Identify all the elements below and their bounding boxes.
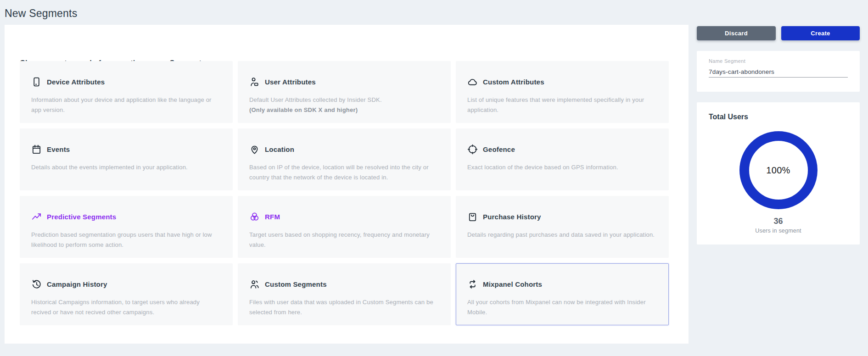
- gps-crosshair-icon: [467, 144, 478, 155]
- create-button[interactable]: Create: [781, 26, 860, 40]
- category-panel: Choose a category before creating a new …: [5, 25, 689, 344]
- category-card-predictive-segments[interactable]: Predictive Segments Prediction based seg…: [20, 196, 233, 258]
- map-pin-icon: [249, 144, 260, 155]
- page-title: New Segments: [5, 7, 77, 20]
- category-card-campaign-history[interactable]: Campaign History Historical Campaigns in…: [20, 263, 233, 325]
- category-card-location[interactable]: Location Based on IP of the device, loca…: [238, 128, 451, 190]
- card-description: Target users based on shopping recency, …: [249, 230, 439, 250]
- category-card-rfm[interactable]: RFM Target users based on shopping recen…: [238, 196, 451, 258]
- card-title: Location: [265, 145, 294, 153]
- category-card-mixpanel-cohorts[interactable]: Mixpanel Cohorts All your cohorts from M…: [456, 263, 669, 325]
- card-description: Details about the events implemented in …: [31, 162, 221, 172]
- card-title: Custom Attributes: [483, 78, 544, 86]
- card-description: Based on IP of the device, location will…: [249, 162, 439, 183]
- name-segment-label: Name Segment: [709, 58, 745, 64]
- history-clock-icon: [31, 279, 42, 289]
- smartphone-icon: [31, 77, 42, 87]
- card-description: Default User Attributes collected by Ins…: [249, 95, 439, 115]
- card-description: Files with user data that was uploaded i…: [249, 297, 439, 317]
- card-title: Custom Segments: [265, 280, 327, 288]
- card-description-note: (Only available on SDK X and higher): [249, 106, 358, 113]
- card-description: List of unique features that were implem…: [467, 95, 657, 115]
- donut-percent-label: 100%: [766, 165, 790, 176]
- total-users-donut-chart: 100%: [739, 131, 818, 209]
- repeat-cycle-icon: [467, 279, 478, 289]
- card-title: Mixpanel Cohorts: [483, 280, 542, 288]
- calendar-icon: [31, 144, 42, 155]
- card-title: Events: [47, 145, 70, 153]
- trending-up-icon: [31, 211, 42, 222]
- card-title: Geofence: [483, 145, 515, 153]
- card-description: Details regarding past purchases and dat…: [467, 230, 657, 240]
- users-group-icon: [249, 279, 260, 289]
- card-description: Prediction based segmentation groups use…: [31, 230, 221, 250]
- card-title: Device Attributes: [47, 78, 105, 86]
- category-card-custom-attributes[interactable]: Custom Attributes List of unique feature…: [456, 61, 669, 123]
- users-count-caption: Users in segment: [697, 228, 860, 234]
- shopping-bag-icon: [467, 211, 478, 222]
- total-users-card: Total Users 100% 36 Users in segment: [697, 102, 860, 245]
- card-description: All your cohorts from Mixpanel can now b…: [467, 297, 657, 317]
- category-card-custom-segments[interactable]: Custom Segments Files with user data tha…: [238, 263, 451, 325]
- category-card-purchase-history[interactable]: Purchase History Details regarding past …: [456, 196, 669, 258]
- users-count: 36: [697, 217, 860, 226]
- total-users-title: Total Users: [709, 113, 748, 121]
- card-description: Information about your device and applic…: [31, 95, 221, 115]
- user-badge-icon: [249, 77, 260, 87]
- card-description: Exact location of the device based on GP…: [467, 162, 657, 172]
- card-title: Purchase History: [483, 213, 541, 221]
- category-card-user-attributes[interactable]: User Attributes Default User Attributes …: [238, 61, 451, 123]
- category-card-events[interactable]: Events Details about the events implemen…: [20, 128, 233, 190]
- name-segment-card: Name Segment: [697, 51, 860, 92]
- name-segment-input[interactable]: [709, 67, 848, 78]
- venn-circles-icon: [249, 211, 260, 222]
- card-title: RFM: [265, 213, 280, 221]
- category-card-geofence[interactable]: Geofence Exact location of the device ba…: [456, 128, 669, 190]
- category-grid: Device Attributes Information about your…: [20, 61, 669, 325]
- card-title: Predictive Segments: [47, 213, 116, 221]
- discard-button[interactable]: Discard: [697, 26, 776, 40]
- category-card-device-attributes[interactable]: Device Attributes Information about your…: [20, 61, 233, 123]
- card-title: Campaign History: [47, 280, 107, 288]
- cloud-icon: [467, 77, 478, 87]
- card-description: Historical Campaigns information, to tar…: [31, 297, 221, 317]
- card-title: User Attributes: [265, 78, 316, 86]
